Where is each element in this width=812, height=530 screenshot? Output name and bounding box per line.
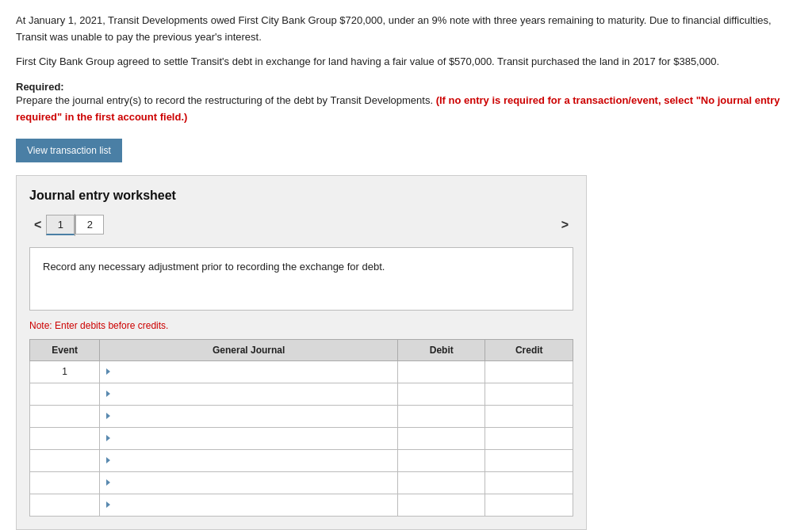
general-journal-cell[interactable] (100, 494, 398, 516)
intro-paragraph-2: First City Bank Group agreed to settle T… (16, 54, 793, 71)
general-journal-cell[interactable] (100, 360, 398, 383)
journal-table: Event General Journal Debit Credit 1 (29, 339, 573, 517)
event-cell: 1 (30, 360, 100, 383)
credit-input[interactable] (485, 450, 573, 471)
credit-input[interactable] (485, 428, 573, 449)
credit-cell[interactable] (485, 383, 573, 405)
table-row (30, 449, 573, 471)
general-journal-cell[interactable] (100, 449, 398, 471)
debit-input[interactable] (398, 383, 485, 405)
table-row (30, 494, 573, 516)
tab-navigation: < 1 2 > (29, 214, 573, 236)
required-label: Required: (16, 81, 793, 93)
debit-cell[interactable] (398, 471, 485, 494)
debit-cell[interactable] (398, 494, 485, 516)
event-cell (30, 405, 100, 427)
credit-cell[interactable] (485, 360, 573, 383)
debit-input[interactable] (398, 428, 485, 449)
credit-cell[interactable] (485, 449, 573, 471)
debit-cell[interactable] (398, 383, 485, 405)
credit-cell[interactable] (485, 427, 573, 449)
debit-input[interactable] (398, 472, 485, 494)
general-journal-cell[interactable] (100, 427, 398, 449)
credit-cell[interactable] (485, 405, 573, 427)
credit-input[interactable] (485, 406, 573, 427)
table-row (30, 383, 573, 405)
general-journal-input[interactable] (100, 361, 397, 383)
general-journal-input[interactable] (100, 494, 397, 516)
debit-cell[interactable] (398, 449, 485, 471)
worksheet-title: Journal entry worksheet (29, 189, 573, 203)
event-column-header: Event (30, 339, 100, 360)
event-cell (30, 494, 100, 516)
description-box: Record any necessary adjustment prior to… (29, 247, 573, 311)
general-journal-input[interactable] (100, 406, 397, 427)
event-cell (30, 471, 100, 494)
table-row (30, 471, 573, 494)
general-journal-cell[interactable] (100, 471, 398, 494)
intro-section: At January 1, 2021, Transit Developments… (16, 13, 793, 70)
required-bold-label: Required: (16, 81, 64, 93)
table-row (30, 427, 573, 449)
table-row: 1 (30, 360, 573, 383)
table-row (30, 405, 573, 427)
instruction-plain: Prepare the journal entry(s) to record t… (16, 94, 436, 106)
journal-entry-worksheet: Journal entry worksheet < 1 2 > Record a… (16, 175, 587, 530)
prev-tab-button[interactable]: < (29, 216, 46, 234)
view-transaction-button[interactable]: View transaction list (16, 139, 122, 162)
debit-cell[interactable] (398, 427, 485, 449)
description-text: Record any necessary adjustment prior to… (43, 261, 385, 273)
general-journal-column-header: General Journal (100, 339, 398, 360)
event-cell (30, 449, 100, 471)
note-text: Note: Enter debits before credits. (29, 320, 573, 331)
debit-input[interactable] (398, 406, 485, 427)
credit-input[interactable] (485, 383, 573, 405)
event-cell (30, 383, 100, 405)
intro-paragraph-1: At January 1, 2021, Transit Developments… (16, 13, 793, 46)
credit-cell[interactable] (485, 471, 573, 494)
general-journal-input[interactable] (100, 450, 397, 471)
debit-input[interactable] (398, 450, 485, 471)
tab-2[interactable]: 2 (75, 215, 104, 234)
general-journal-input[interactable] (100, 428, 397, 449)
general-journal-input[interactable] (100, 383, 397, 405)
debit-cell[interactable] (398, 405, 485, 427)
credit-input[interactable] (485, 472, 573, 494)
general-journal-input[interactable] (100, 472, 397, 494)
general-journal-cell[interactable] (100, 383, 398, 405)
debit-column-header: Debit (398, 339, 485, 360)
required-section: Required: Prepare the journal entry(s) t… (16, 81, 793, 126)
instruction-text: Prepare the journal entry(s) to record t… (16, 93, 793, 126)
tab-1[interactable]: 1 (46, 215, 75, 235)
debit-input[interactable] (398, 361, 485, 383)
debit-input[interactable] (398, 494, 485, 516)
general-journal-cell[interactable] (100, 405, 398, 427)
debit-cell[interactable] (398, 360, 485, 383)
credit-column-header: Credit (485, 339, 573, 360)
credit-input[interactable] (485, 361, 573, 383)
credit-input[interactable] (485, 494, 573, 516)
event-cell (30, 427, 100, 449)
credit-cell[interactable] (485, 494, 573, 516)
next-tab-button[interactable]: > (557, 216, 573, 234)
